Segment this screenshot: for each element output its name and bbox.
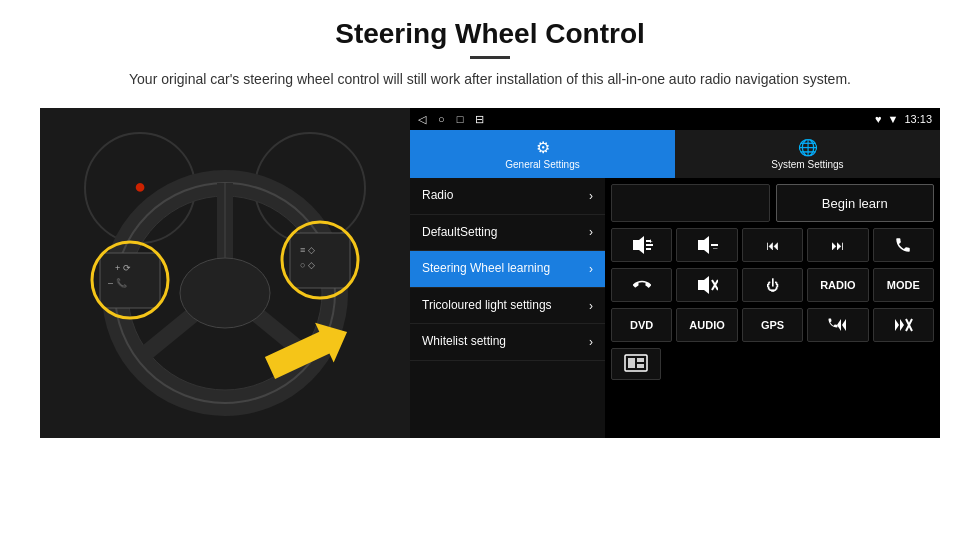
- menu-tricoloured-label: Tricoloured light settings: [422, 298, 552, 314]
- menu-item-tricoloured[interactable]: Tricoloured light settings ›: [410, 288, 605, 325]
- mute-button[interactable]: [676, 268, 737, 302]
- status-icons: ♥ ▼ 13:13: [875, 113, 932, 125]
- svg-rect-40: [637, 358, 644, 362]
- menu-steering-label: Steering Wheel learning: [422, 261, 550, 277]
- menu-default-label: DefaultSetting: [422, 225, 497, 241]
- radio-button[interactable]: RADIO: [807, 268, 868, 302]
- menu-item-radio[interactable]: Radio ›: [410, 178, 605, 215]
- prev-track-button[interactable]: ⏮: [742, 228, 803, 262]
- top-tabs: ⚙ General Settings 🌐 System Settings: [410, 130, 940, 178]
- android-ui-panel: ◁ ○ □ ⊟ ♥ ▼ 13:13 ⚙ General Settings: [410, 108, 940, 438]
- steering-wheel-image: ● +: [40, 108, 410, 438]
- tab-general-label: General Settings: [505, 159, 580, 170]
- next-x-button[interactable]: [873, 308, 934, 342]
- chevron-icon: ›: [589, 225, 593, 239]
- chevron-icon: ›: [589, 189, 593, 203]
- back-icon[interactable]: ◁: [418, 113, 426, 126]
- chevron-icon: ›: [589, 299, 593, 313]
- empty-input-box: [611, 184, 770, 222]
- signal-icon: ▼: [888, 113, 899, 125]
- subtitle: Your original car's steering wheel contr…: [129, 69, 851, 90]
- screen-icon-button[interactable]: [611, 348, 661, 380]
- power-button[interactable]: ⏻: [742, 268, 803, 302]
- menu-item-whitelist[interactable]: Whitelist setting ›: [410, 324, 605, 361]
- begin-learn-button[interactable]: Begin learn: [776, 184, 935, 222]
- control-grid-row1: + – ⏮ ⏭: [611, 228, 934, 262]
- menu-item-default[interactable]: DefaultSetting ›: [410, 215, 605, 252]
- clock: 13:13: [904, 113, 932, 125]
- vol-down-button[interactable]: –: [676, 228, 737, 262]
- svg-marker-21: [633, 236, 644, 254]
- svg-marker-26: [698, 236, 709, 254]
- control-grid-row3: DVD AUDIO GPS: [611, 308, 934, 342]
- steering-wheel-svg: ● +: [40, 108, 410, 438]
- control-grid-row2: ⏻ RADIO MODE: [611, 268, 934, 302]
- main-content: Radio › DefaultSetting › Steering Wheel …: [410, 178, 940, 438]
- svg-text:+  ⟳: + ⟳: [115, 263, 131, 273]
- svg-rect-41: [637, 364, 644, 368]
- svg-marker-33: [842, 319, 846, 331]
- svg-marker-29: [698, 276, 709, 294]
- svg-marker-34: [895, 319, 899, 331]
- tab-system-label: System Settings: [771, 159, 843, 170]
- svg-rect-39: [628, 358, 635, 368]
- svg-text:○  ◇: ○ ◇: [300, 260, 315, 270]
- title-divider: [470, 56, 510, 59]
- audio-button[interactable]: AUDIO: [676, 308, 737, 342]
- status-bar: ◁ ○ □ ⊟ ♥ ▼ 13:13: [410, 108, 940, 130]
- system-icon: 🌐: [798, 138, 818, 157]
- svg-marker-35: [900, 319, 904, 331]
- menu-whitelist-label: Whitelist setting: [422, 334, 506, 350]
- recents-icon[interactable]: □: [457, 113, 464, 125]
- menu-item-steering[interactable]: Steering Wheel learning ›: [410, 251, 605, 288]
- icon-row: [611, 348, 934, 380]
- svg-marker-32: [837, 319, 841, 331]
- home-icon[interactable]: ○: [438, 113, 445, 125]
- phone-prev-button[interactable]: [807, 308, 868, 342]
- svg-text:≡  ◇: ≡ ◇: [300, 245, 315, 255]
- dvd-button[interactable]: DVD: [611, 308, 672, 342]
- gear-icon: ⚙: [536, 138, 550, 157]
- svg-text:–: –: [713, 243, 718, 252]
- tab-system-settings[interactable]: 🌐 System Settings: [675, 130, 940, 178]
- gps-button[interactable]: GPS: [742, 308, 803, 342]
- page-title: Steering Wheel Control: [129, 18, 851, 50]
- next-track-button[interactable]: ⏭: [807, 228, 868, 262]
- mode-button[interactable]: MODE: [873, 268, 934, 302]
- svg-point-11: [180, 258, 270, 328]
- chevron-icon: ›: [589, 335, 593, 349]
- chevron-icon: ›: [589, 262, 593, 276]
- menu-icon[interactable]: ⊟: [475, 113, 484, 126]
- menu-radio-label: Radio: [422, 188, 453, 204]
- svg-text:+: +: [648, 237, 653, 246]
- hang-up-button[interactable]: [611, 268, 672, 302]
- phone-answer-button[interactable]: [873, 228, 934, 262]
- vol-up-button[interactable]: +: [611, 228, 672, 262]
- svg-text:–  📞: – 📞: [108, 277, 128, 289]
- location-icon: ♥: [875, 113, 882, 125]
- svg-text:●: ●: [134, 175, 146, 197]
- tab-general-settings[interactable]: ⚙ General Settings: [410, 130, 675, 178]
- nav-controls: ◁ ○ □ ⊟: [418, 113, 484, 126]
- right-panel: Begin learn + – ⏮ ⏭: [605, 178, 940, 438]
- svg-rect-15: [290, 233, 350, 288]
- left-menu: Radio › DefaultSetting › Steering Wheel …: [410, 178, 605, 438]
- top-row: Begin learn: [611, 184, 934, 222]
